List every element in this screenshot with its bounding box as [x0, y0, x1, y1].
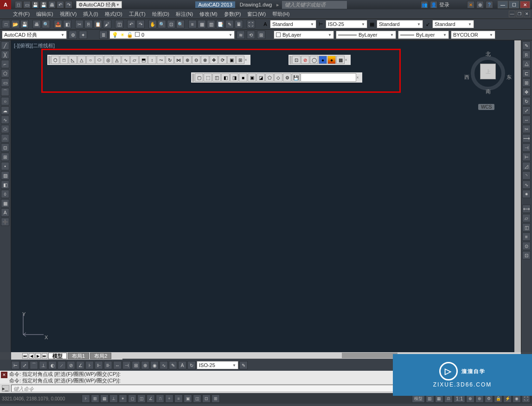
- union-icon[interactable]: ⊕: [183, 56, 192, 64]
- spline-icon[interactable]: ∿: [1, 116, 9, 124]
- line-icon[interactable]: ╱: [1, 41, 9, 50]
- mdi-restore-button[interactable]: ❐: [516, 11, 523, 17]
- menu-help[interactable]: 帮助(H): [272, 11, 289, 18]
- dimjogged-icon[interactable]: ⟋: [58, 361, 66, 369]
- dimbaseline-icon[interactable]: ⊩: [95, 361, 103, 369]
- matchprop-icon[interactable]: 🖌: [103, 20, 111, 28]
- undo-icon[interactable]: ↶: [127, 20, 135, 28]
- vs-conceptual-icon[interactable]: ◨: [230, 73, 238, 82]
- layer-previous-icon[interactable]: ⟲: [247, 31, 255, 39]
- table-icon[interactable]: ▦: [1, 199, 9, 207]
- cleanscreen-icon[interactable]: ⛶: [247, 20, 255, 28]
- redo-icon[interactable]: ↷: [65, 1, 72, 8]
- layer-match-icon[interactable]: ⊞: [257, 31, 265, 39]
- extrude-icon[interactable]: ⬒: [139, 56, 147, 64]
- toolbar-close-icon[interactable]: x: [357, 75, 361, 80]
- zoom-window-icon[interactable]: ⊡: [167, 20, 175, 28]
- move-icon[interactable]: ✥: [522, 88, 531, 96]
- 3ddwf-icon[interactable]: ◧: [63, 20, 71, 28]
- stayconnected-icon[interactable]: ⊕: [476, 1, 484, 8]
- layer-states-icon[interactable]: ≋: [237, 31, 245, 39]
- markup-icon[interactable]: ✎: [225, 20, 234, 28]
- quickcalc-icon[interactable]: 🖩: [235, 20, 243, 28]
- dimbreak-icon[interactable]: ⊣: [122, 361, 131, 369]
- vs-hidden-icon[interactable]: ◫: [212, 73, 221, 82]
- vs-manager-icon[interactable]: ⚙: [283, 73, 291, 82]
- menu-insert[interactable]: 插入(I): [83, 11, 98, 18]
- menu-modify[interactable]: 修改(M): [199, 11, 218, 18]
- dimlinear-icon[interactable]: ⊢: [11, 361, 19, 369]
- designcenter-icon[interactable]: ▦: [198, 20, 206, 28]
- addselected-icon[interactable]: ➕: [1, 218, 9, 226]
- rotate-icon[interactable]: ↻: [522, 97, 531, 105]
- sc-icon[interactable]: ⊡: [202, 394, 211, 403]
- sphere-icon[interactable]: ○: [86, 56, 95, 64]
- dimstyle-dropdown[interactable]: ISO-25 ▼: [326, 20, 367, 28]
- dimstyle-combo[interactable]: ISO-25 ▼: [197, 361, 238, 369]
- lineweight-dropdown[interactable]: ByLayer ▼: [398, 31, 449, 39]
- tab-model[interactable]: 模型: [48, 353, 67, 359]
- polar-icon[interactable]: ✶: [119, 394, 127, 403]
- loft-icon[interactable]: ⋈: [174, 56, 183, 64]
- tablestyle-dropdown[interactable]: Standard ▼: [377, 20, 423, 28]
- centermark-icon[interactable]: ⊕: [141, 361, 149, 369]
- revolve-icon[interactable]: ↻: [166, 56, 174, 64]
- stretch-icon[interactable]: ↔: [522, 116, 531, 124]
- offset-icon[interactable]: ⊏: [522, 69, 531, 77]
- wedge-icon[interactable]: ◺: [69, 56, 77, 64]
- toolbar-grip[interactable]: [289, 56, 292, 64]
- dimupdate-icon[interactable]: ↻: [187, 361, 196, 369]
- window-close-button[interactable]: ✕: [520, 1, 530, 8]
- viewcube-east[interactable]: 东: [506, 74, 512, 81]
- new-icon[interactable]: □: [15, 1, 22, 8]
- open-icon[interactable]: 📂: [11, 20, 19, 28]
- dimcontinue-icon[interactable]: ⊪: [104, 361, 112, 369]
- dimarc-icon[interactable]: ⌒: [30, 361, 38, 369]
- vertical-scrollbar[interactable]: [514, 40, 521, 352]
- vs-save-icon[interactable]: 💾: [292, 73, 300, 82]
- 3drotate-icon[interactable]: ⟳: [218, 56, 227, 64]
- viewcube-south[interactable]: 南: [486, 88, 491, 95]
- dimaligned-icon[interactable]: ⤢: [20, 361, 29, 369]
- menu-view[interactable]: 视图(V): [60, 11, 77, 18]
- layer-manager-icon[interactable]: ≣: [99, 31, 108, 39]
- saveas-icon[interactable]: 💾: [40, 1, 47, 8]
- region-mass-icon[interactable]: ◫: [522, 223, 531, 232]
- rendercrop-icon[interactable]: ◯: [310, 56, 318, 64]
- vs-wireframe-icon[interactable]: ⬚: [204, 73, 212, 82]
- menu-window[interactable]: 窗口(W): [247, 11, 266, 18]
- vs-realistic-icon[interactable]: ◧: [221, 73, 230, 82]
- vs-dropdown[interactable]: [301, 73, 356, 82]
- menu-edit[interactable]: 编辑(E): [36, 11, 53, 18]
- render-icon[interactable]: ⊘: [301, 56, 309, 64]
- viewport-label[interactable]: [-][俯视][二维线框]: [14, 42, 55, 49]
- cone-icon[interactable]: △: [77, 56, 86, 64]
- list-icon[interactable]: ≡: [522, 232, 531, 241]
- workspace-dropdown[interactable]: ⚙ AutoCAD 经典 ▼: [76, 1, 122, 8]
- circle-icon[interactable]: ○: [1, 97, 9, 105]
- open-icon[interactable]: ▭: [23, 1, 31, 8]
- command-close-icon[interactable]: ✕: [1, 372, 7, 378]
- menu-dimension[interactable]: 标注(N): [176, 11, 193, 18]
- menu-tools[interactable]: 工具(T): [129, 11, 146, 18]
- fillet-icon[interactable]: ◝: [522, 171, 531, 180]
- plotstyle-dropdown[interactable]: BYCOLOR ▼: [451, 31, 495, 39]
- insert-icon[interactable]: ⊡: [1, 143, 9, 152]
- revcloud-icon[interactable]: ☁: [1, 106, 9, 115]
- vs-2dwireframe-icon[interactable]: ▢: [195, 73, 203, 82]
- erase-icon[interactable]: ✎: [522, 41, 531, 50]
- osnap-icon[interactable]: ◻: [128, 394, 136, 403]
- locate-icon[interactable]: ⊙: [522, 242, 531, 250]
- infer-icon[interactable]: ⊦: [82, 394, 90, 403]
- dimradius-icon[interactable]: ◐: [48, 361, 57, 369]
- cut-icon[interactable]: ✂: [75, 20, 83, 28]
- arc-icon[interactable]: ⌒: [1, 88, 9, 96]
- linetype-dropdown[interactable]: ByLayer ▼: [336, 31, 396, 39]
- layer-dropdown[interactable]: 💡 ☀ 🔓 0 ▼: [109, 31, 235, 39]
- helix-icon[interactable]: ∿: [122, 56, 130, 64]
- menu-file[interactable]: 文件(F): [13, 11, 30, 18]
- mleaderstyle-dropdown[interactable]: Standard ▼: [432, 20, 474, 28]
- subtract-icon[interactable]: ⊖: [192, 56, 200, 64]
- makeblock-icon[interactable]: ⊞: [1, 153, 9, 161]
- properties-icon[interactable]: ≡: [188, 20, 197, 28]
